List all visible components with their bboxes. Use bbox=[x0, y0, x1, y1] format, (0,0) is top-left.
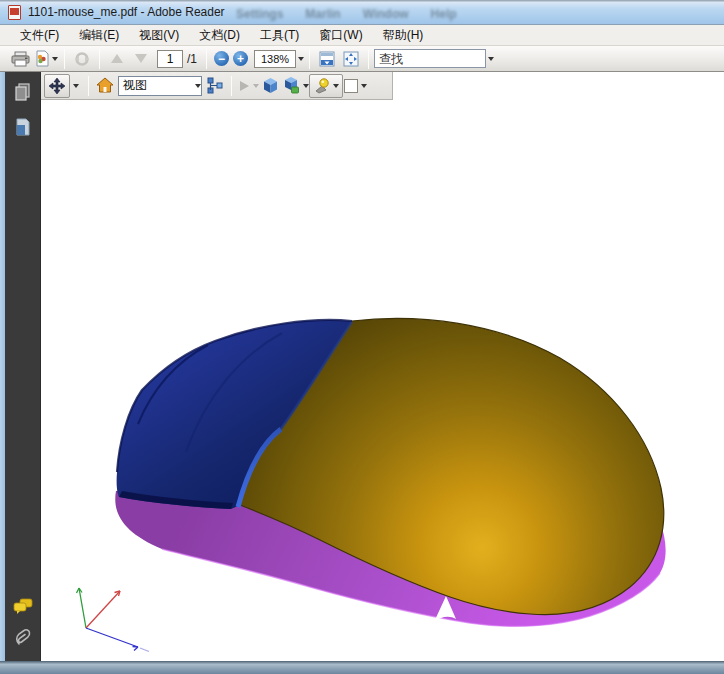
find-input[interactable] bbox=[374, 49, 486, 68]
navigation-panel-sidebar bbox=[5, 72, 41, 661]
document-pane: 视图 bbox=[41, 72, 724, 661]
mouse-model bbox=[41, 72, 724, 661]
menu-bar: 文件(F) 编辑(E) 视图(V) 文档(D) 工具(T) 窗口(W) 帮助(H… bbox=[0, 25, 724, 46]
menu-file[interactable]: 文件(F) bbox=[10, 25, 69, 45]
comments-icon bbox=[12, 597, 34, 617]
title-bar[interactable]: 1101-mouse_me.pdf - Adobe Reader Setting… bbox=[0, 0, 724, 25]
lighting-button[interactable] bbox=[309, 74, 343, 98]
collaborate-button[interactable] bbox=[32, 48, 59, 70]
projection-cube-button[interactable] bbox=[259, 74, 281, 98]
ghost-word: Help bbox=[431, 7, 457, 21]
model-tree-button[interactable] bbox=[204, 74, 226, 98]
menu-view[interactable]: 视图(V) bbox=[129, 25, 189, 45]
menu-help[interactable]: 帮助(H) bbox=[373, 25, 434, 45]
main-toolbar: 1 /1 − + 138% bbox=[0, 46, 724, 72]
model-tree-icon bbox=[206, 76, 225, 95]
ghost-word: Settings bbox=[236, 7, 283, 21]
up-arrow-icon bbox=[111, 54, 123, 63]
zoom-dropdown-caret[interactable] bbox=[298, 57, 304, 61]
lighting-lamp-icon bbox=[313, 77, 331, 95]
next-page-button-disabled[interactable] bbox=[129, 48, 153, 70]
toolbar-separator bbox=[231, 76, 232, 96]
menu-document[interactable]: 文档(D) bbox=[189, 25, 250, 45]
menu-edit[interactable]: 编辑(E) bbox=[69, 25, 129, 45]
ghost-word: Window bbox=[363, 7, 409, 21]
home-icon bbox=[96, 77, 114, 94]
previous-page-button-disabled[interactable] bbox=[105, 48, 129, 70]
background-color-dropdown-caret[interactable] bbox=[361, 84, 367, 88]
page-count-label: /1 bbox=[187, 52, 197, 66]
paperclip-icon bbox=[13, 628, 33, 650]
play-icon bbox=[237, 79, 251, 93]
layers-panel-button[interactable] bbox=[12, 116, 34, 138]
background-window-ghost-text: Settings Marlin Window Help bbox=[236, 7, 457, 21]
3d-cube-icon bbox=[261, 76, 280, 95]
collaborate-icon bbox=[33, 50, 50, 67]
rotate-tool-dropdown-caret[interactable] bbox=[73, 84, 79, 88]
toolbar-separator bbox=[99, 49, 100, 69]
attachments-panel-button[interactable] bbox=[12, 628, 34, 650]
view-selector-value: 视图 bbox=[123, 77, 193, 94]
rotate-4way-icon bbox=[48, 77, 66, 95]
pages-panel-button[interactable] bbox=[12, 81, 34, 103]
zoom-level-field[interactable]: 138% bbox=[254, 50, 296, 68]
menu-tools[interactable]: 工具(T) bbox=[250, 25, 309, 45]
window-title: 1101-mouse_me.pdf - Adobe Reader bbox=[28, 5, 225, 19]
lighting-dropdown-caret[interactable] bbox=[333, 84, 339, 88]
scrolling-mode-button[interactable] bbox=[315, 48, 339, 70]
toolbar-separator bbox=[88, 76, 89, 96]
pdf-file-icon bbox=[8, 5, 21, 20]
print-button[interactable] bbox=[8, 48, 32, 70]
background-color-swatch-icon bbox=[343, 78, 359, 94]
background-color-button[interactable] bbox=[343, 74, 367, 98]
3d-toolbar: 视图 bbox=[41, 72, 393, 100]
zoom-in-button[interactable]: + bbox=[233, 51, 248, 66]
ghost-word: Marlin bbox=[305, 7, 340, 21]
toolbar-separator bbox=[206, 49, 207, 69]
pages-icon bbox=[13, 82, 33, 102]
3d-canvas[interactable] bbox=[41, 72, 724, 661]
play-animation-button-disabled[interactable] bbox=[237, 74, 259, 98]
render-mode-icon bbox=[281, 76, 301, 95]
previous-view-button-disabled[interactable] bbox=[70, 48, 94, 70]
down-arrow-icon bbox=[135, 54, 147, 63]
page-number-field[interactable]: 1 bbox=[157, 50, 183, 68]
fit-window-icon bbox=[343, 51, 359, 67]
default-view-button[interactable] bbox=[94, 74, 116, 98]
scrolling-mode-icon bbox=[319, 51, 335, 67]
layers-icon bbox=[13, 117, 33, 137]
adobe-reader-window: 1101-mouse_me.pdf - Adobe Reader Setting… bbox=[0, 0, 724, 674]
zoom-out-button[interactable]: − bbox=[214, 51, 229, 66]
axes-triad bbox=[77, 588, 150, 652]
toolbar-separator bbox=[368, 49, 369, 69]
comments-panel-button[interactable] bbox=[12, 596, 34, 618]
render-mode-button[interactable] bbox=[281, 74, 309, 98]
window-bottom-border bbox=[0, 661, 724, 674]
rotate-tool-button[interactable] bbox=[44, 74, 70, 98]
toolbar-separator bbox=[64, 49, 65, 69]
view-selector[interactable]: 视图 bbox=[118, 76, 202, 96]
main-area: 视图 bbox=[0, 72, 724, 661]
find-dropdown-caret[interactable] bbox=[488, 57, 494, 61]
fit-window-button[interactable] bbox=[339, 48, 363, 70]
toolbar-separator bbox=[309, 49, 310, 69]
previous-view-icon bbox=[73, 51, 91, 67]
print-icon bbox=[11, 51, 30, 67]
menu-window[interactable]: 窗口(W) bbox=[309, 25, 372, 45]
collaborate-dropdown-caret[interactable] bbox=[52, 57, 58, 61]
view-selector-caret[interactable] bbox=[195, 84, 201, 88]
